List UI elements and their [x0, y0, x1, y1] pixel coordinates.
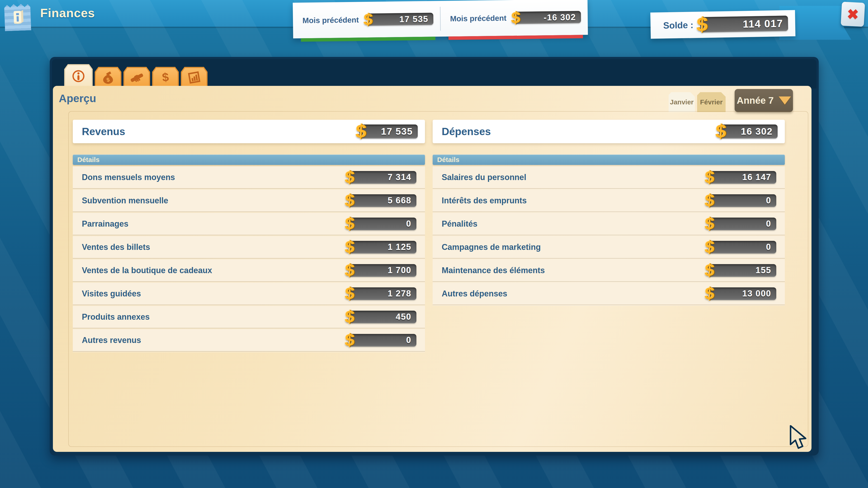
amount-value: 1 278 [388, 289, 416, 298]
balance-amount-value: 114 017 [743, 17, 788, 30]
amount-value: 13 000 [742, 289, 776, 298]
income-details-header: Détails [73, 155, 425, 165]
dollar-icon: $ [363, 11, 373, 28]
row-label: Visites guidées [82, 289, 141, 298]
previous-month-income: Mois précédent $ 17 535 [293, 1, 440, 38]
amount-value: 155 [756, 265, 776, 275]
row-label: Campagnes de marketing [442, 242, 541, 252]
month-button-janvier[interactable]: Janvier [669, 92, 695, 112]
dollar-icon: $ [158, 70, 173, 85]
tab-bar: $ [64, 64, 208, 87]
row-label: Parrainages [82, 219, 128, 229]
amount-value: 7 314 [388, 172, 416, 182]
income-total-pill: $ 17 535 [360, 125, 418, 138]
row-label: Autres dépenses [442, 289, 507, 298]
dollar-icon: $ [704, 284, 715, 302]
income-rows: Dons mensuels moyens $ 7 314 Subvention … [73, 166, 425, 351]
amount-pill: $ 0 [348, 334, 416, 347]
amount-pill: $ 0 [708, 241, 776, 254]
tab-deals[interactable] [123, 67, 150, 87]
amount-pill: $ 0 [348, 218, 416, 230]
amount-pill: $ 5 668 [348, 194, 416, 207]
expense-amount-pill: $ -16 302 [515, 11, 581, 24]
dollar-icon: $ [344, 331, 355, 349]
tab-donations[interactable]: $ [95, 67, 121, 87]
amount-value: 0 [766, 242, 776, 252]
row-label: Intérêts des emprunts [442, 196, 527, 205]
table-row: Salaires du personnel $ 16 147 [433, 166, 785, 188]
income-total-value: 17 535 [381, 126, 418, 137]
expenses-title: Dépenses [442, 125, 491, 138]
dollar-icon: $ [344, 284, 355, 302]
chevron-down-icon [779, 96, 791, 105]
row-label: Subvention mensuelle [82, 196, 168, 205]
amount-pill: $ 1 125 [348, 241, 416, 254]
finances-ledger-icon [4, 3, 31, 31]
close-icon: ✖ [846, 6, 859, 23]
dollar-icon: $ [344, 238, 355, 256]
table-row: Produits annexes $ 450 [73, 306, 425, 328]
table-row: Campagnes de marketing $ 0 [433, 236, 785, 258]
dollar-icon: $ [715, 121, 727, 141]
expenses-rows: Salaires du personnel $ 16 147 Intérêts … [433, 166, 785, 304]
page-title: Finances [40, 6, 95, 20]
previous-month-expense-label: Mois précédent [450, 14, 511, 23]
table-row: Intérêts des emprunts $ 0 [433, 190, 785, 212]
table-row: Parrainages $ 0 [73, 213, 425, 235]
row-label: Maintenance des éléments [442, 266, 545, 275]
expense-amount-value: -16 302 [544, 12, 581, 22]
year-selector-label: Année 7 [737, 95, 774, 106]
close-button[interactable]: ✖ [841, 2, 865, 27]
amount-value: 1 125 [388, 242, 416, 252]
tab-statistics[interactable] [181, 67, 208, 87]
tab-overview[interactable] [64, 64, 93, 87]
dollar-icon: $ [704, 238, 715, 256]
finances-screen: Finances Mois précédent $ 17 535 Mois pr… [0, 0, 868, 488]
dollar-icon: $ [344, 261, 355, 279]
dollar-icon: $ [696, 14, 708, 35]
row-label: Ventes des billets [82, 242, 150, 252]
dollar-icon: $ [344, 215, 355, 232]
amount-value: 0 [406, 335, 416, 345]
dollar-icon: $ [355, 121, 367, 141]
amount-pill: $ 16 147 [708, 171, 776, 184]
dollar-icon: $ [704, 261, 715, 279]
dollar-icon: $ [511, 9, 521, 26]
row-label: Produits annexes [82, 312, 150, 322]
balance-label: Solde : [663, 20, 693, 31]
year-selector[interactable]: Année 7 [735, 89, 793, 112]
amount-pill: $ 0 [708, 218, 776, 230]
previous-month-income-label: Mois précédent [303, 15, 364, 25]
income-amount-value: 17 535 [399, 14, 434, 24]
amount-pill: $ 0 [708, 194, 776, 207]
amount-value: 0 [406, 219, 416, 229]
previous-month-expense: Mois précédent $ -16 302 [440, 0, 588, 37]
table-row: Pénalités $ 0 [433, 213, 785, 235]
dollar-icon: $ [344, 307, 355, 325]
tab-donations-face: $ [96, 68, 120, 87]
expenses-header-card: Dépenses $ 16 302 [433, 120, 785, 143]
table-row: Ventes de la boutique de cadeaux $ 1 700 [73, 259, 425, 281]
row-label: Pénalités [442, 219, 477, 229]
amount-value: 0 [766, 219, 776, 229]
dollar-icon: $ [344, 168, 355, 186]
amount-value: 0 [766, 196, 776, 205]
table-row: Autres revenus $ 0 [73, 329, 425, 351]
info-icon [71, 69, 86, 84]
balance-amount-pill: $ 114 017 [700, 15, 788, 33]
mouse-cursor [789, 425, 808, 453]
month-button-fevrier[interactable]: Février [697, 92, 725, 112]
table-row: Ventes des billets $ 1 125 [73, 236, 425, 258]
bar-chart-icon [187, 70, 202, 85]
table-row: Visites guidées $ 1 278 [73, 283, 425, 304]
expenses-total-value: 16 302 [741, 126, 778, 137]
tab-pricing[interactable]: $ [152, 67, 179, 87]
tab-overview-face [65, 65, 92, 87]
dollar-icon: $ [704, 168, 715, 186]
finances-window: $ [50, 57, 819, 455]
table-row: Maintenance des éléments $ 155 [433, 259, 785, 281]
svg-text:$: $ [161, 70, 169, 84]
expenses-total-pill: $ 16 302 [719, 125, 778, 138]
dollar-icon: $ [704, 215, 715, 232]
handshake-icon [129, 70, 144, 85]
